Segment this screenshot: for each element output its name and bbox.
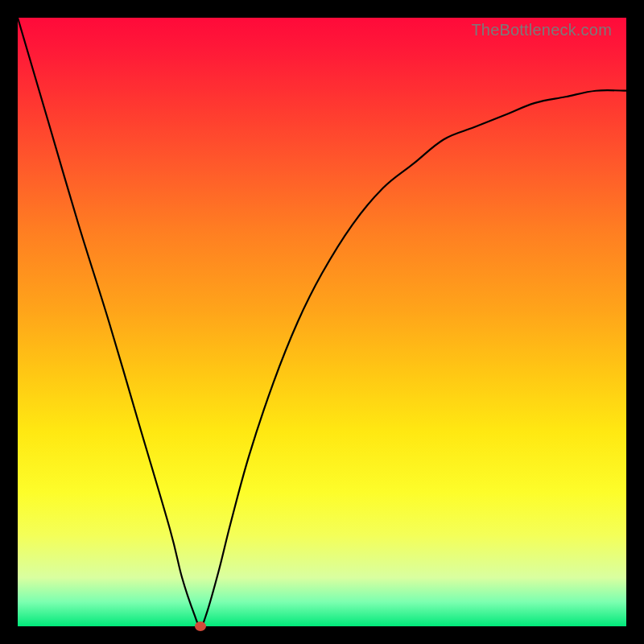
chart-plot-area: TheBottleneck.com xyxy=(18,18,626,626)
bottleneck-curve xyxy=(18,18,626,626)
optimal-point-marker xyxy=(195,621,206,631)
